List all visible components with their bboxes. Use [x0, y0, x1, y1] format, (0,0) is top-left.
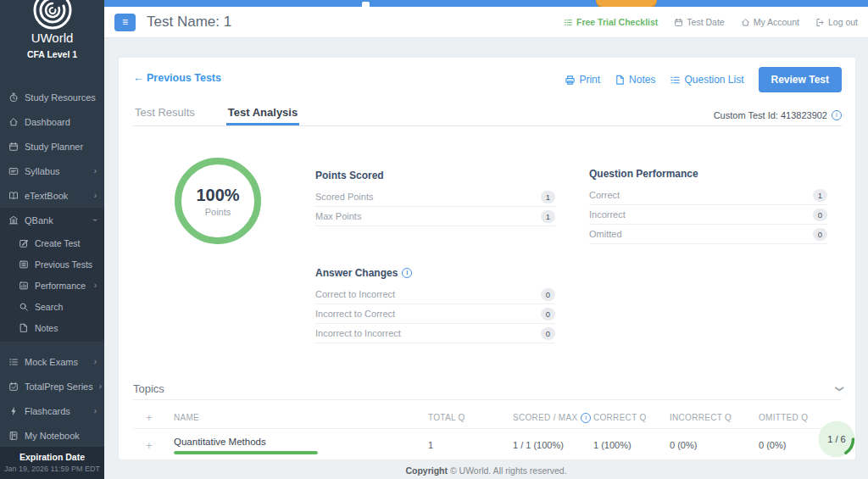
expand-row-icon[interactable]: +: [133, 439, 174, 452]
my-account-link[interactable]: My Account: [741, 17, 799, 27]
previous-tests-back-link[interactable]: ← Previous Tests: [133, 72, 221, 84]
chevron-up-icon[interactable]: ❮: [833, 385, 843, 392]
test-date-link[interactable]: Test Date: [674, 17, 724, 27]
logout-link[interactable]: Log out: [815, 17, 858, 27]
notebook-icon: [8, 431, 19, 441]
custom-test-id: Custom Test Id: 413823902 i: [714, 110, 842, 120]
expiration-block: Expiration Date Jan 19, 2026 11:59 PM ED…: [0, 447, 104, 479]
card-toolbar: Print Notes Question List Review Test: [565, 67, 842, 92]
sidebar-item-label: eTextBook: [25, 191, 68, 201]
sidebar-item-label: Performance: [35, 281, 86, 291]
sidebar-item-label: TotalPrep Series: [25, 382, 93, 392]
value-badge: 0: [541, 288, 555, 301]
info-icon[interactable]: i: [402, 268, 412, 278]
brand-name: UWorld: [0, 31, 104, 45]
tab-test-analysis[interactable]: Test Analysis: [226, 103, 299, 125]
copyright-footer: Copyright © UWorld. All rights reserved.: [104, 465, 868, 476]
expiration-label: Expiration Date: [0, 452, 104, 462]
header-links: Free Trial Checklist Test Date My Accoun…: [564, 17, 858, 27]
logout-icon: [815, 18, 825, 27]
col-scored-max: SCORED / MAX i: [513, 413, 593, 423]
col-correct-q: CORRECT Q: [593, 413, 670, 422]
expand-all-icon[interactable]: +: [133, 411, 174, 424]
sidebar-item-qbank[interactable]: QBank ›: [0, 208, 104, 232]
tab-test-results[interactable]: Test Results: [133, 103, 197, 125]
search-icon: [18, 302, 29, 312]
sidebar-item-totalprep-series[interactable]: TotalPrep Series ›: [0, 374, 104, 398]
sidebar-item-label: Create Test: [35, 238, 81, 248]
brand-subtitle: CFA Level 1: [0, 49, 104, 59]
test-analysis-card: ← Previous Tests Print Notes Question Li…: [119, 58, 855, 460]
stat-row: Incorrect 0: [589, 205, 827, 225]
review-test-button[interactable]: Review Test: [759, 67, 842, 92]
free-trial-checklist-link[interactable]: Free Trial Checklist: [564, 17, 658, 27]
sidebar-item-notes[interactable]: Notes: [0, 317, 104, 338]
chart-icon: [18, 281, 29, 291]
sidebar-item-previous-tests[interactable]: Previous Tests: [0, 253, 104, 275]
topic-progress-bar: [174, 451, 318, 454]
donut-value: 100%: [196, 186, 239, 205]
question-list-button[interactable]: Question List: [670, 74, 743, 86]
info-icon[interactable]: i: [581, 413, 591, 423]
info-icon[interactable]: i: [832, 110, 842, 120]
print-button[interactable]: Print: [565, 74, 600, 86]
chevron-right-icon: ›: [94, 357, 97, 366]
sidebar-item-study-planner[interactable]: Study Planner: [0, 134, 104, 159]
sidebar-item-label: Study Planner: [25, 142, 83, 152]
sidebar-item-search[interactable]: Search: [0, 296, 104, 317]
calendar-icon: [674, 18, 683, 27]
answer-changes-section: Answer Changes i Correct to Incorrect 0 …: [315, 267, 555, 343]
sidebar-item-my-notebook[interactable]: My Notebook: [0, 423, 104, 448]
topics-table-header: + NAME TOTAL Q SCORED / MAX i CORRECT Q …: [133, 407, 839, 429]
calendar-check-icon: [8, 382, 19, 392]
sidebar-item-label: Previous Tests: [35, 259, 92, 270]
value-badge: 0: [541, 327, 555, 340]
stat-row: Correct 1: [589, 186, 827, 205]
qbank-group: QBank › Create Test Previous Tests Perfo…: [0, 208, 104, 342]
list-icon: [18, 259, 29, 270]
sidebar-item-label: Notes: [35, 323, 58, 333]
notes-button[interactable]: Notes: [615, 74, 655, 86]
topic-cell: Quantitative Methods: [174, 437, 428, 454]
uworld-logo-icon: [32, 0, 73, 34]
page-title: Test Name: 1: [147, 14, 231, 31]
sidebar-item-performance[interactable]: Performance ›: [0, 275, 104, 296]
col-incorrect-q: INCORRECT Q: [670, 413, 759, 422]
value-badge: 0: [813, 209, 827, 221]
stat-row: Correct to Incorrect 0: [315, 285, 555, 304]
sidebar-item-study-resources[interactable]: Study Resources: [0, 85, 104, 109]
question-progress-badge[interactable]: 1 / 6: [817, 420, 856, 459]
points-donut-chart: 100% Points: [175, 158, 261, 244]
stopwatch-icon: [8, 92, 19, 103]
edit-icon: [18, 238, 29, 248]
expiration-value: Jan 19, 2026 11:59 PM EDT: [0, 465, 104, 473]
sidebar-item-mock-exams[interactable]: Mock Exams ›: [0, 349, 104, 374]
sidebar-item-dashboard[interactable]: Dashboard: [0, 109, 104, 134]
printer-icon: [565, 75, 576, 86]
sidebar-item-label: Syllabus: [25, 166, 60, 176]
donut-label: Points: [205, 207, 231, 217]
bank-icon: [8, 215, 19, 226]
chevron-right-icon: ›: [94, 406, 97, 415]
page-header: ≡ Test Name: 1 Free Trial Checklist Test…: [104, 7, 868, 38]
note-icon: [615, 75, 626, 86]
topics-section-header: Topics ❮: [133, 378, 842, 400]
calendar-icon: [8, 142, 19, 152]
sidebar-item-syllabus[interactable]: Syllabus ›: [0, 159, 104, 183]
note-icon: [18, 323, 29, 333]
sidebar-item-label: Mock Exams: [25, 357, 78, 367]
back-arrow-icon: ←: [133, 72, 144, 84]
chevron-right-icon: ›: [94, 281, 97, 290]
hamburger-menu-button[interactable]: ≡: [114, 14, 136, 31]
stat-row: Incorrect to Correct 0: [315, 304, 555, 324]
section-title: Answer Changes i: [315, 267, 555, 279]
checklist-icon: [564, 18, 573, 27]
chevron-right-icon: ›: [94, 166, 97, 175]
book-icon: [8, 191, 19, 201]
sidebar-item-create-test[interactable]: Create Test: [0, 232, 104, 253]
cell-incorrect-q: 0 (0%): [670, 440, 759, 450]
question-performance-section: Question Performance Correct 1 Incorrect…: [589, 168, 827, 244]
sidebar-item-etextbook[interactable]: eTextBook ›: [0, 183, 104, 208]
sidebar-item-flashcards[interactable]: Flashcards ›: [0, 398, 104, 423]
topic-progress-track: [174, 451, 318, 454]
